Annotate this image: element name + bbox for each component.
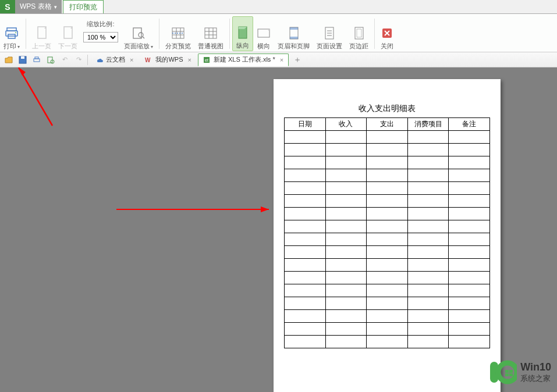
- table-cell: [367, 156, 408, 169]
- table-cell: [449, 131, 490, 144]
- svg-line-8: [143, 37, 144, 38]
- save-icon[interactable]: [16, 54, 29, 66]
- svg-rect-36: [34, 59, 40, 62]
- table-row: [285, 220, 490, 233]
- tab-print-preview[interactable]: 打印预览: [63, 0, 104, 13]
- page-zoom-icon: [132, 25, 145, 41]
- header-footer-button[interactable]: 页眉和页脚: [274, 16, 313, 51]
- table-cell: [285, 259, 326, 272]
- table-cell: [407, 195, 449, 208]
- margins-button[interactable]: 页边距: [346, 16, 372, 51]
- svg-point-7: [139, 33, 143, 37]
- table-cell: [367, 297, 408, 310]
- close-preview-button[interactable]: 关闭: [377, 16, 397, 51]
- table-cell: [285, 220, 326, 233]
- table-cell: [325, 284, 367, 297]
- table-row: [285, 144, 490, 156]
- table-cell: [407, 182, 449, 195]
- new-tab-button[interactable]: ＋: [290, 55, 305, 65]
- svg-rect-1: [6, 31, 17, 36]
- table-cell: [407, 131, 449, 144]
- svg-rect-35: [21, 56, 24, 59]
- portrait-button[interactable]: 纵向: [232, 16, 253, 51]
- table-cell: [407, 284, 449, 297]
- tab-newxls-label: 新建 XLS 工作表.xls *: [214, 55, 275, 64]
- landscape-button[interactable]: 横向: [253, 16, 274, 51]
- table-cell: [325, 259, 367, 272]
- landscape-label: 横向: [257, 42, 270, 50]
- header-footer-icon: [289, 25, 299, 41]
- zoom-ratio-select[interactable]: 100 %: [83, 32, 118, 42]
- preview-page: 收入支出明细表 日期收入支出消费项目备注: [274, 79, 501, 392]
- page-setup-button[interactable]: 页面设置: [313, 16, 346, 51]
- next-page-button[interactable]: 下一页: [55, 16, 81, 51]
- portrait-icon: [237, 24, 248, 41]
- svg-rect-37: [35, 57, 38, 59]
- table-header-cell: 消费项目: [407, 118, 449, 131]
- separator: [159, 19, 159, 49]
- normal-view-button[interactable]: 普通视图: [194, 16, 227, 51]
- app-name-dropdown[interactable]: WPS 表格 ▾: [15, 0, 62, 13]
- landscape-icon: [257, 25, 271, 41]
- print-button[interactable]: 打印: [0, 16, 23, 51]
- svg-rect-15: [205, 28, 217, 38]
- watermark-site: 系统之家: [520, 374, 551, 383]
- table-cell: [285, 195, 326, 208]
- table-cell: [449, 144, 490, 156]
- tab-cloud-label: 云文档: [106, 55, 125, 64]
- page-break-preview-button[interactable]: 分页预览: [162, 16, 194, 51]
- portrait-label: 纵向: [236, 42, 249, 49]
- page-setup-icon: [324, 25, 335, 41]
- page-zoom-button[interactable]: 页面缩放: [120, 16, 157, 51]
- tab-close-icon[interactable]: ×: [188, 56, 191, 63]
- doc-tab-mywps[interactable]: W 我的WPS ×: [140, 54, 197, 66]
- table-cell: [367, 169, 408, 182]
- undo-icon[interactable]: ↶: [58, 54, 71, 66]
- table-cell: [407, 144, 449, 156]
- table-cell: [449, 220, 490, 233]
- tab-close-icon[interactable]: ×: [280, 56, 283, 63]
- table-cell: [449, 259, 490, 272]
- table-cell: [367, 208, 408, 220]
- table-row: [285, 208, 490, 220]
- table-cell: [285, 323, 326, 336]
- table-cell: [325, 323, 367, 336]
- table-cell: [325, 169, 367, 182]
- printer-icon: [5, 25, 19, 41]
- table-cell: [449, 323, 490, 336]
- table-cell: [325, 233, 367, 246]
- redo-icon[interactable]: ↷: [72, 54, 85, 66]
- table-cell: [325, 220, 367, 233]
- table-cell: [367, 182, 408, 195]
- prev-page-button[interactable]: 上一页: [29, 16, 55, 51]
- table-cell: [367, 233, 408, 246]
- doc-tab-cloud[interactable]: 云文档 ×: [90, 54, 139, 66]
- table-cell: [449, 156, 490, 169]
- table-cell: [449, 272, 490, 284]
- print-quick-icon[interactable]: [30, 54, 43, 66]
- table-row: [285, 246, 490, 259]
- print-preview-quick-icon[interactable]: [44, 54, 57, 66]
- table-cell: [449, 169, 490, 182]
- table-cell: [449, 233, 490, 246]
- doc-tab-newxls[interactable]: et 新建 XLS 工作表.xls * ×: [198, 54, 289, 66]
- xls-file-icon: et: [203, 56, 211, 63]
- svg-rect-24: [290, 37, 298, 39]
- open-folder-icon[interactable]: [2, 54, 15, 66]
- svg-text:et: et: [205, 58, 208, 62]
- tab-close-icon[interactable]: ×: [130, 56, 133, 63]
- table-cell: [449, 310, 490, 323]
- close-label: 关闭: [381, 42, 393, 50]
- table-cell: [325, 208, 367, 220]
- table-cell: [367, 323, 408, 336]
- table-cell: [407, 169, 449, 182]
- page-next-icon: [62, 25, 74, 41]
- svg-rect-30: [357, 29, 361, 37]
- table-header-cell: 支出: [367, 118, 408, 131]
- print-label: 打印: [3, 42, 16, 49]
- table-cell: [449, 297, 490, 310]
- cloud-icon: [95, 56, 104, 63]
- table-cell: [285, 169, 326, 182]
- table-cell: [325, 272, 367, 284]
- table-cell: [367, 144, 408, 156]
